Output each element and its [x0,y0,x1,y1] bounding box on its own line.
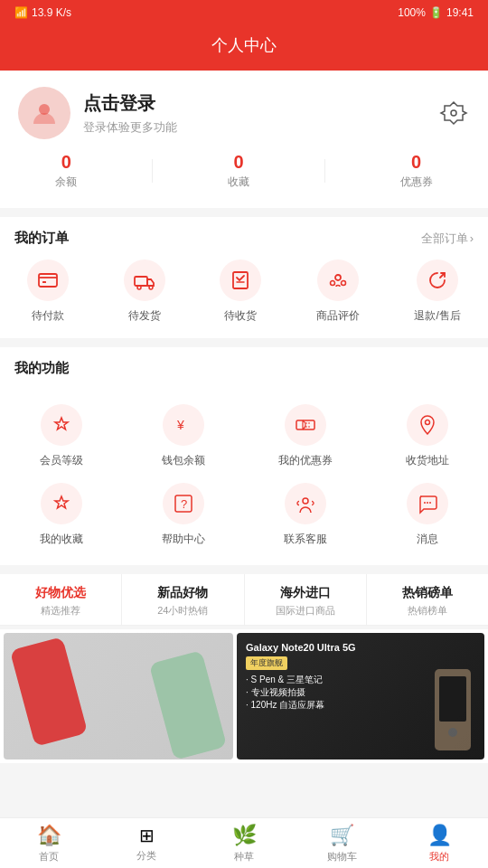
svg-rect-4 [42,281,46,283]
stat-favorites[interactable]: 0 收藏 [228,152,249,190]
signal-icon: 📶 [14,6,28,19]
battery-icon: 🔋 [429,6,443,19]
refund-icon [417,259,458,301]
promo-bestseller[interactable]: 热销磅单 热销榜单 [367,574,488,625]
svg-rect-5 [135,277,147,286]
func-help[interactable]: ? 帮助中心 [122,472,244,551]
svg-text:¥: ¥ [176,418,184,432]
svg-point-21 [427,502,428,504]
order-pending-receipt[interactable]: 待收货 [220,259,261,324]
mine-icon: 👤 [427,824,452,847]
svg-point-16 [425,420,429,425]
svg-rect-3 [39,274,57,287]
status-right: 100% 🔋 19:41 [398,6,474,19]
address-icon [407,404,448,446]
functions-grid: 会员等级 ¥ 钱包余额 我的优惠券 [0,386,488,565]
product-iphone[interactable] [4,633,233,760]
pending-payment-icon [27,259,69,301]
func-message[interactable]: 消息 [366,472,488,551]
pending-delivery-icon [124,259,165,301]
functions-section: 我的功能 会员等级 ¥ 钱包余额 [0,347,488,565]
help-icon: ? [163,483,204,524]
phone-green [149,650,227,760]
chevron-right-icon: › [470,231,474,245]
profile-card: 点击登录 登录体验更多功能 0 余额 0 收藏 0 优惠券 [0,71,488,208]
battery-text: 100% [398,6,426,19]
nav-discover[interactable]: 🌿 种草 [195,818,293,868]
avatar[interactable] [18,87,70,139]
functions-title: 我的功能 [14,360,69,377]
order-pending-delivery[interactable]: 待发货 [124,259,165,324]
orders-title: 我的订单 [14,230,69,247]
collection-icon [41,483,82,524]
phone-red [10,637,88,747]
svg-point-2 [451,110,456,116]
message-icon [407,483,448,524]
order-icons-row: 待付款 待发货 待收货 [0,256,488,338]
speed-text: 13.9 K/s [32,6,71,19]
profile-top: 点击登录 登录体验更多功能 [18,87,470,139]
stat-coupons[interactable]: 0 优惠券 [400,152,433,190]
svg-point-11 [341,281,345,286]
stats-row: 0 余额 0 收藏 0 优惠券 [18,139,470,193]
svg-marker-1 [441,102,466,124]
settings-button[interactable] [437,97,470,129]
svg-point-9 [335,275,341,280]
svg-text:?: ? [181,497,187,511]
func-address[interactable]: 收货地址 [366,393,488,472]
nav-category[interactable]: ⊞ 分类 [98,818,195,868]
functions-header: 我的功能 [0,347,488,386]
bottom-nav: 🏠 首页 ⊞ 分类 🌿 种草 🛒 购物车 👤 我的 [0,817,488,868]
svg-point-22 [429,502,431,504]
home-icon: 🏠 [37,824,61,847]
stat-balance[interactable]: 0 余额 [55,152,77,190]
galaxy-title: Galaxy Note20 Ultra 5G [246,642,356,653]
func-coupon[interactable]: 我的优惠券 [244,393,366,472]
promo-overseas[interactable]: 海外进口 国际进口商品 [245,574,367,625]
membership-icon [41,404,82,446]
product-row: Galaxy Note20 Ultra 5G 年度旗舰 · S Pen & 三星… [0,629,488,763]
order-pending-payment[interactable]: 待付款 [27,259,69,324]
header-title: 个人中心 [211,36,277,54]
promo-selected[interactable]: 好物优选 精选推荐 [0,574,122,625]
promo-row: 好物优选 精选推荐 新品好物 24小时热销 海外进口 国际进口商品 热销磅单 热… [0,574,488,626]
pending-receipt-icon [220,259,261,301]
all-orders-link[interactable]: 全部订单 › [421,231,474,247]
login-text: 点击登录 [83,91,177,116]
wallet-icon: ¥ [163,404,204,446]
func-service[interactable]: 联系客服 [244,472,366,551]
time-text: 19:41 [446,6,474,19]
profile-info: 点击登录 登录体验更多功能 [83,91,177,136]
page-header: 个人中心 [0,25,488,71]
login-subtitle: 登录体验更多功能 [83,119,177,136]
svg-point-10 [330,281,334,286]
svg-point-7 [149,286,153,289]
nav-mine[interactable]: 👤 我的 [390,818,488,868]
svg-point-6 [137,286,141,289]
discover-icon: 🌿 [232,824,257,847]
product-samsung[interactable]: Galaxy Note20 Ultra 5G 年度旗舰 · S Pen & 三星… [237,633,484,760]
nav-home[interactable]: 🏠 首页 [0,818,98,868]
order-review[interactable]: 商品评价 [316,259,360,324]
status-left: 📶 13.9 K/s [14,6,71,19]
promo-new[interactable]: 新品好物 24小时热销 [122,574,244,625]
nav-cart[interactable]: 🛒 购物车 [293,818,390,868]
svg-point-25 [448,728,457,737]
review-icon [317,259,359,301]
svg-rect-24 [439,676,466,722]
galaxy-badge: 年度旗舰 [246,656,287,670]
service-icon [285,483,326,524]
func-membership[interactable]: 会员等级 [0,393,122,472]
order-refund[interactable]: 退款/售后 [414,259,460,324]
coupon-icon [285,404,326,446]
profile-left[interactable]: 点击登录 登录体验更多功能 [18,87,177,139]
func-wallet[interactable]: ¥ 钱包余额 [122,393,244,472]
func-collection[interactable]: 我的收藏 [0,472,122,551]
status-bar: 📶 13.9 K/s 100% 🔋 19:41 [0,0,488,25]
orders-header: 我的订单 全部订单 › [0,217,488,256]
cart-icon: 🛒 [330,824,354,847]
orders-section: 我的订单 全部订单 › 待付款 [0,217,488,338]
svg-point-19 [303,498,308,504]
category-icon: ⊞ [139,825,155,846]
svg-point-20 [424,502,426,504]
